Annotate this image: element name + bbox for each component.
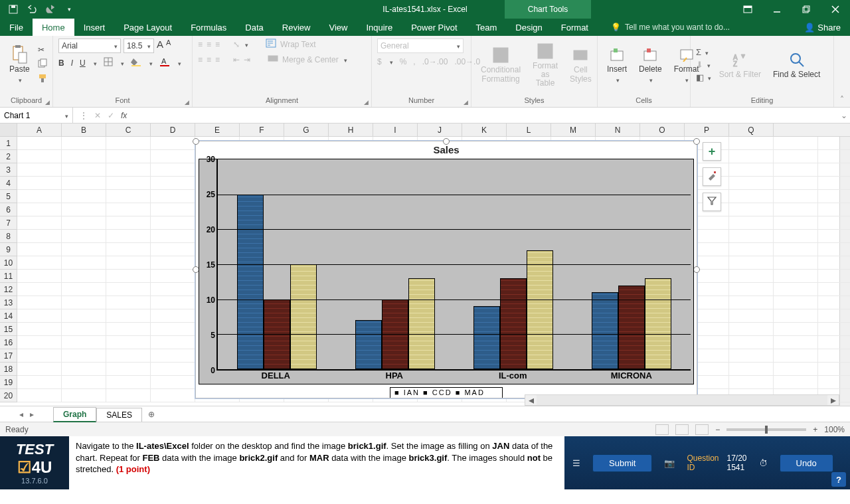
format-painter-icon[interactable] <box>38 74 47 85</box>
submit-button[interactable]: Submit <box>592 454 652 472</box>
chart-y-axis[interactable]: 051015202530 <box>199 159 216 371</box>
row-header[interactable]: 3 <box>0 163 17 177</box>
row-header[interactable]: 19 <box>0 376 17 389</box>
restore-icon[interactable] <box>792 0 821 19</box>
tab-home[interactable]: Home <box>33 19 74 36</box>
fx-icon[interactable]: fx <box>121 111 127 120</box>
column-header[interactable]: L <box>507 124 551 136</box>
chart-bar[interactable] <box>500 278 527 369</box>
page-layout-view-icon[interactable] <box>675 424 689 435</box>
copy-icon[interactable] <box>38 58 47 70</box>
row-header[interactable]: 8 <box>0 230 17 243</box>
column-header[interactable]: N <box>596 124 640 136</box>
row-header[interactable]: 17 <box>0 349 17 363</box>
italic-button[interactable]: I <box>71 58 73 68</box>
chart-bar[interactable] <box>408 278 435 369</box>
resize-handle[interactable] <box>693 266 700 273</box>
dialog-launcher-icon[interactable]: ◢ <box>185 99 189 106</box>
chart-styles-button[interactable] <box>703 167 721 186</box>
collapse-ribbon-icon[interactable]: ˄ <box>834 36 850 107</box>
save-icon[interactable] <box>5 2 21 17</box>
bold-button[interactable]: B <box>58 58 64 68</box>
column-header[interactable]: A <box>17 124 62 136</box>
menu-icon[interactable]: ☰ <box>572 458 580 468</box>
autosum-icon[interactable]: Σ <box>696 47 711 57</box>
zoom-slider[interactable] <box>726 428 806 431</box>
chart-bar[interactable] <box>290 264 317 369</box>
column-header[interactable]: I <box>373 124 418 136</box>
resize-handle[interactable] <box>693 138 700 145</box>
tab-file[interactable]: File <box>0 19 33 36</box>
insert-cells-button[interactable]: Insert <box>603 42 631 86</box>
tab-inquire[interactable]: Inquire <box>357 19 402 36</box>
row-header[interactable]: 12 <box>0 283 17 296</box>
sheet-tab-sales[interactable]: SALES <box>96 408 142 422</box>
column-header[interactable]: C <box>106 124 151 136</box>
column-header[interactable]: J <box>418 124 462 136</box>
row-header[interactable]: 2 <box>0 150 17 163</box>
chart-plot-area[interactable]: 051015202530 DELLAHPAIL-comMICRONA <box>199 159 694 384</box>
name-box[interactable]: Chart 1 <box>0 108 73 123</box>
row-header[interactable]: 7 <box>0 216 17 230</box>
help-button[interactable]: ? <box>831 472 846 487</box>
dialog-launcher-icon[interactable]: ◢ <box>364 99 369 106</box>
row-header[interactable]: 11 <box>0 270 17 283</box>
decrease-font-icon[interactable]: A <box>166 39 171 53</box>
select-all-triangle[interactable] <box>0 124 17 136</box>
chart-object[interactable]: Sales 051015202530 DELLAHPAIL-comMICRONA… <box>195 141 697 398</box>
tab-data[interactable]: Data <box>236 19 272 36</box>
column-header[interactable]: B <box>62 124 106 136</box>
chart-bar[interactable] <box>473 306 500 369</box>
chart-elements-button[interactable]: + <box>703 142 721 161</box>
underline-button[interactable]: U <box>80 58 86 68</box>
share-button[interactable]: 👤 Share <box>795 19 850 36</box>
increase-font-icon[interactable]: A <box>157 39 163 53</box>
tab-power-pivot[interactable]: Power Pivot <box>402 19 466 36</box>
row-header[interactable]: 18 <box>0 363 17 376</box>
scroll-left-icon[interactable]: ◂ <box>525 395 537 405</box>
tab-format[interactable]: Format <box>552 19 598 36</box>
formula-input[interactable] <box>133 108 838 123</box>
cancel-formula-icon[interactable]: ✕ <box>94 111 101 120</box>
ribbon-display-options-icon[interactable] <box>733 0 762 19</box>
chart-bar[interactable] <box>592 292 618 369</box>
tab-view[interactable]: View <box>319 19 357 36</box>
chart-bar[interactable] <box>237 195 264 369</box>
font-size-combo[interactable]: 18.5 <box>124 39 154 53</box>
row-header[interactable]: 20 <box>0 389 17 402</box>
wrap-text-icon[interactable] <box>266 39 276 50</box>
tab-team[interactable]: Team <box>467 19 507 36</box>
row-header[interactable]: 5 <box>0 190 17 203</box>
chart-filters-button[interactable] <box>703 193 721 211</box>
column-header[interactable]: G <box>284 124 329 136</box>
dialog-launcher-icon[interactable]: ◢ <box>464 99 468 106</box>
chart-bar[interactable] <box>618 286 645 369</box>
column-header[interactable]: K <box>462 124 507 136</box>
minimize-icon[interactable] <box>762 0 792 19</box>
column-header[interactable]: E <box>195 124 240 136</box>
zoom-in-icon[interactable]: + <box>813 425 817 434</box>
font-name-combo[interactable]: Arial <box>58 39 121 53</box>
row-header[interactable]: 4 <box>0 177 17 190</box>
chart-legend[interactable]: ■ IAN ■ CCD ■ MAD <box>390 387 503 398</box>
paste-button[interactable]: Paste <box>5 42 34 86</box>
tab-insert[interactable]: Insert <box>74 19 115 36</box>
dialog-launcher-icon[interactable]: ◢ <box>45 99 50 106</box>
row-header[interactable]: 13 <box>0 296 17 309</box>
qat-customize-icon[interactable]: ▾ <box>61 2 77 17</box>
normal-view-icon[interactable] <box>655 424 669 435</box>
sheet-tab-graph[interactable]: Graph <box>53 407 96 422</box>
tab-page-layout[interactable]: Page Layout <box>114 19 181 36</box>
enter-formula-icon[interactable]: ✓ <box>108 111 114 120</box>
clear-icon[interactable]: ◧ <box>696 72 711 82</box>
sheet-nav-next-icon[interactable]: ▸ <box>30 410 34 419</box>
zoom-out-icon[interactable]: − <box>715 425 720 434</box>
tab-review[interactable]: Review <box>273 19 320 36</box>
column-header[interactable]: M <box>551 124 596 136</box>
row-header[interactable]: 10 <box>0 256 17 270</box>
horizontal-scrollbar[interactable]: ◂ ▸ <box>525 394 839 406</box>
resize-handle[interactable] <box>443 138 450 145</box>
row-header[interactable]: 1 <box>0 137 17 150</box>
zoom-level[interactable]: 100% <box>824 425 845 434</box>
column-header[interactable]: F <box>240 124 284 136</box>
